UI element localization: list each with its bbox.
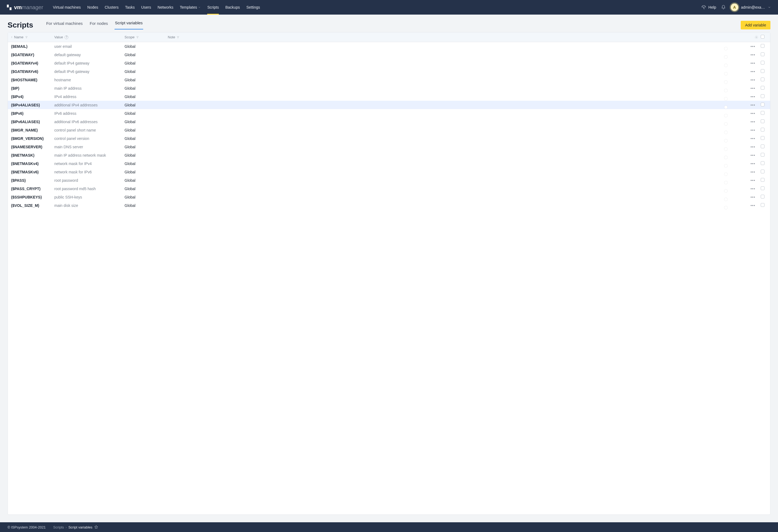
row-actions-button[interactable]: ••• <box>748 78 758 82</box>
cell-scope: Global <box>125 94 168 99</box>
cell-value: main IP address <box>54 86 125 90</box>
row-checkbox[interactable] <box>761 178 765 182</box>
table-settings-button[interactable] <box>755 35 758 39</box>
help-icon[interactable]: ? <box>65 35 68 39</box>
row-actions-button[interactable]: ••• <box>748 86 758 90</box>
cell-scope: Global <box>125 69 168 74</box>
row-actions-button[interactable]: ••• <box>748 44 758 49</box>
table-row[interactable]: ($NETMASKv4)network mask for IPv4Global•… <box>8 159 770 168</box>
row-checkbox[interactable] <box>761 53 765 56</box>
row-actions-button[interactable]: ••• <box>748 103 758 107</box>
row-checkbox[interactable] <box>761 153 765 157</box>
row-actions-button[interactable]: ••• <box>748 187 758 191</box>
cell-value: user email <box>54 44 125 49</box>
table-row[interactable]: ($GATEWAYv4)default IPv4 gatewayGlobal••… <box>8 59 770 67</box>
cell-name: ($IPv6) <box>11 111 54 115</box>
cell-value: default gateway <box>54 53 125 57</box>
favorite-button[interactable] <box>94 525 98 529</box>
tab-for-nodes[interactable]: For nodes <box>89 21 108 29</box>
add-variable-button[interactable]: Add variable <box>741 21 770 29</box>
row-actions-button[interactable]: ••• <box>748 137 758 141</box>
row-checkbox[interactable] <box>761 203 765 207</box>
row-actions-button[interactable]: ••• <box>748 153 758 158</box>
nav-item-nodes[interactable]: Nodes <box>84 0 101 15</box>
row-actions-button[interactable]: ••• <box>748 145 758 149</box>
breadcrumb-root[interactable]: Scripts <box>53 525 64 529</box>
table-row[interactable]: ($HOSTNAME)hostnameGlobal••• <box>8 76 770 84</box>
row-actions-button[interactable]: ••• <box>748 203 758 208</box>
col-name[interactable]: ↑ Name <box>11 35 54 39</box>
row-checkbox[interactable] <box>761 103 765 106</box>
table-row[interactable]: ($SSHPUBKEYS)public SSH-keysGlobal••• <box>8 193 770 201</box>
row-checkbox[interactable] <box>761 170 765 173</box>
cell-scope: Global <box>125 153 168 158</box>
table-row[interactable]: ($NETMASK)main IP address network maskGl… <box>8 151 770 159</box>
table-row[interactable]: ($VOL_SIZE_M)main disk sizeGlobal••• <box>8 201 770 209</box>
select-all-checkbox[interactable] <box>761 35 765 38</box>
table-row[interactable]: ($MGR_NAME)control panel short nameGloba… <box>8 126 770 134</box>
filter-icon[interactable] <box>25 36 28 38</box>
row-actions-button[interactable]: ••• <box>748 111 758 115</box>
nav-item-clusters[interactable]: Clusters <box>101 0 122 15</box>
row-checkbox[interactable] <box>761 128 765 131</box>
row-actions-button[interactable]: ••• <box>748 94 758 99</box>
table-row[interactable]: ($IPv4)IPv4 addressGlobal••• <box>8 92 770 101</box>
row-actions-button[interactable]: ••• <box>748 162 758 166</box>
filter-icon[interactable] <box>136 36 139 38</box>
col-scope[interactable]: Scope <box>125 35 168 39</box>
row-checkbox[interactable] <box>761 69 765 73</box>
table-row[interactable]: ($GATEWAYv6)default IPv6 gatewayGlobal••… <box>8 67 770 76</box>
nav-item-users[interactable]: Users <box>138 0 155 15</box>
tab-for-virtual-machines[interactable]: For virtual machines <box>46 21 83 29</box>
table-row[interactable]: ($NAMESERVER)main DNS serverGlobal••• <box>8 143 770 151</box>
row-actions-button[interactable]: ••• <box>748 69 758 74</box>
svg-point-0 <box>756 37 757 38</box>
row-actions-button[interactable]: ••• <box>748 120 758 124</box>
cell-value: main disk size <box>54 203 125 208</box>
row-checkbox[interactable] <box>761 119 765 123</box>
tab-script-variables[interactable]: Script variables <box>114 20 143 29</box>
nav-item-settings[interactable]: Settings <box>243 0 263 15</box>
row-actions-button[interactable]: ••• <box>748 178 758 183</box>
row-checkbox[interactable] <box>761 94 765 98</box>
row-actions-button[interactable]: ••• <box>748 128 758 132</box>
row-checkbox[interactable] <box>761 61 765 65</box>
row-checkbox[interactable] <box>761 161 765 165</box>
nav-item-templates[interactable]: Templates <box>177 0 204 15</box>
row-checkbox[interactable] <box>761 78 765 81</box>
notifications-button[interactable] <box>721 5 726 10</box>
row-checkbox[interactable] <box>761 145 765 148</box>
help-link[interactable]: Help <box>701 5 716 10</box>
table-row[interactable]: ($EMAIL)user emailGlobal••• <box>8 42 770 51</box>
row-actions-button[interactable]: ••• <box>748 61 758 65</box>
col-value[interactable]: Value ? <box>54 35 125 39</box>
row-actions-button[interactable]: ••• <box>748 53 758 57</box>
row-checkbox[interactable] <box>761 44 765 48</box>
nav-item-tasks[interactable]: Tasks <box>122 0 138 15</box>
nav-item-backups[interactable]: Backups <box>222 0 243 15</box>
nav-item-scripts[interactable]: Scripts <box>204 0 222 15</box>
filter-icon[interactable] <box>177 36 179 38</box>
table-row[interactable]: ($PASS)root passwordGlobal••• <box>8 176 770 184</box>
nav-item-virtual-machines[interactable]: Virtual machines <box>50 0 84 15</box>
table-row[interactable]: ($IP)main IP addressGlobal••• <box>8 84 770 92</box>
row-actions-button[interactable]: ••• <box>748 170 758 174</box>
table-row[interactable]: ($IPv6)IPv6 addressGlobal••• <box>8 109 770 117</box>
table-row[interactable]: ($GATEWAY)default gatewayGlobal••• <box>8 51 770 59</box>
nav-item-networks[interactable]: Networks <box>154 0 176 15</box>
row-checkbox[interactable] <box>761 111 765 115</box>
row-checkbox[interactable] <box>761 195 765 198</box>
table-row[interactable]: ($IPv6ALIASES)additional IPv6 addressesG… <box>8 117 770 126</box>
table-row[interactable]: ($NETMASKv6)network mask for IPv6Global•… <box>8 168 770 176</box>
table-row[interactable]: ($IPv4ALIASES)additional IPv4 addressesG… <box>8 101 770 109</box>
row-checkbox[interactable] <box>761 186 765 190</box>
user-menu[interactable]: A admin@exa… <box>731 3 771 11</box>
row-checkbox[interactable] <box>761 86 765 90</box>
row-checkbox[interactable] <box>761 136 765 140</box>
row-actions-button[interactable]: ••• <box>748 195 758 199</box>
nav-label: Tasks <box>125 5 135 9</box>
table-row[interactable]: ($PASS_CRYPT)root password md5 hashGloba… <box>8 184 770 193</box>
col-note[interactable]: Note <box>168 35 728 39</box>
table-row[interactable]: ($MGR_VERSION)control panel versionGloba… <box>8 134 770 143</box>
cell-name: ($NAMESERVER) <box>11 145 54 149</box>
